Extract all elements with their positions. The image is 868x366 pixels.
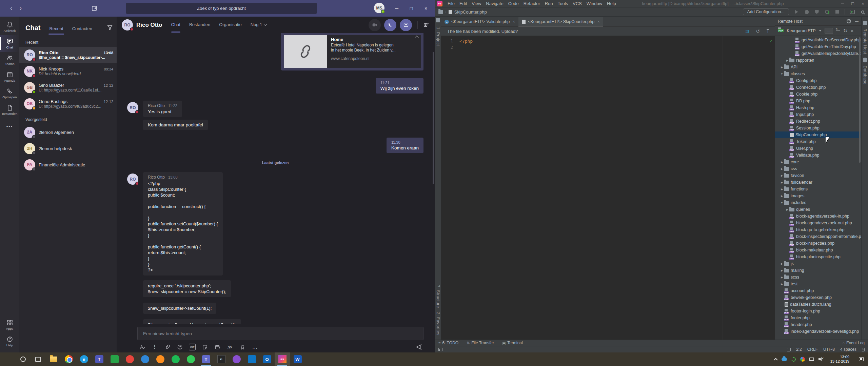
tree-item[interactable]: ▶ queries bbox=[775, 206, 861, 213]
app-blue[interactable] bbox=[137, 352, 153, 366]
tool-window-structure[interactable]: 7: Structure bbox=[436, 285, 440, 308]
add-configuration-button[interactable]: Add Configuration... bbox=[743, 8, 789, 15]
send-button[interactable] bbox=[415, 344, 422, 350]
user-avatar[interactable]: MS ✓ bbox=[374, 3, 384, 13]
expand-arrow-icon[interactable]: ▶ bbox=[780, 262, 784, 265]
close-tab-icon[interactable]: × bbox=[513, 19, 515, 24]
expand-arrow-icon[interactable]: ▶ bbox=[785, 208, 789, 211]
video-call-button[interactable] bbox=[369, 19, 381, 31]
sticker-icon[interactable] bbox=[201, 344, 208, 350]
taskbar-clock[interactable]: 13:09 13-12-2019 bbox=[828, 355, 851, 364]
tab-more[interactable]: Nog 1 bbox=[251, 22, 267, 28]
start-button[interactable] bbox=[0, 352, 15, 366]
code-editor[interactable]: 1 2 <?php ✓ bbox=[441, 36, 775, 340]
more-options-icon[interactable]: … bbox=[252, 344, 258, 350]
tool-window-todo[interactable]: ≡6: TODO bbox=[438, 341, 458, 345]
tree-item[interactable]: block-planinspectie.php bbox=[775, 253, 861, 260]
expand-arrow-icon[interactable]: ▶ bbox=[780, 276, 784, 279]
tree-item[interactable]: block-agendaverzoek-in.php bbox=[775, 213, 861, 220]
expand-arrow-icon[interactable]: ▶ bbox=[780, 181, 784, 184]
tool-window-favorites[interactable]: 2: Favorites bbox=[436, 312, 440, 336]
avatar[interactable]: RO bbox=[122, 19, 133, 30]
folder-icon[interactable] bbox=[438, 10, 443, 14]
server-select[interactable]: KeurgarantFTP bbox=[787, 28, 815, 33]
message-incoming-code[interactable]: $new_skipcounter->setCount(1); bbox=[143, 303, 216, 314]
suggested-chat-item[interactable]: 2A 2lemon Algemeen bbox=[19, 124, 117, 140]
tab-chat[interactable]: Chat bbox=[171, 22, 180, 28]
tree-item[interactable]: ▶ functions bbox=[775, 186, 861, 192]
close-tab-icon[interactable]: × bbox=[597, 19, 600, 24]
expand-arrow-icon[interactable]: ▶ bbox=[780, 283, 784, 286]
tree-item[interactable]: block-makelaar.php bbox=[775, 247, 861, 253]
teams-pinned[interactable]: T bbox=[92, 352, 107, 366]
readonly-lock-icon[interactable] bbox=[862, 349, 865, 351]
expand-arrow-icon[interactable]: ▼ bbox=[780, 73, 784, 76]
maximize-button[interactable]: □ bbox=[406, 0, 417, 17]
tab-organisation[interactable]: Organisatie bbox=[219, 22, 241, 28]
suggested-chat-item[interactable]: 2H 2lemon helpdesk bbox=[19, 140, 117, 157]
file-explorer[interactable] bbox=[46, 352, 61, 366]
tree-item[interactable]: block-agendaverzoek-out.php bbox=[775, 220, 861, 226]
avatar[interactable]: RO bbox=[127, 102, 138, 113]
tool-window-event-log[interactable]: ◌Event Log bbox=[842, 341, 865, 345]
link-url[interactable]: www.cafenapoleon.nl bbox=[331, 56, 409, 61]
tree-item[interactable]: Validate.php bbox=[775, 152, 861, 159]
expand-arrow-icon[interactable]: ▶ bbox=[780, 174, 784, 177]
tree-item[interactable]: getAvailableForSecondDay.php bbox=[775, 37, 861, 43]
tree-item[interactable]: ▶ API bbox=[775, 64, 861, 70]
coverage-icon[interactable] bbox=[814, 9, 820, 15]
tool-window-terminal[interactable]: ▣Terminal bbox=[502, 341, 523, 345]
chat-list-item[interactable]: RO Rico Otto 13:08 $the_count = $new_ski… bbox=[19, 47, 117, 63]
tree-item[interactable]: ▶ fullcalendar bbox=[775, 179, 861, 186]
tree-item[interactable]: SkipCounter.php bbox=[775, 131, 861, 138]
tree-item[interactable]: ▶ core bbox=[775, 159, 861, 165]
attach-icon[interactable] bbox=[164, 344, 171, 350]
tab-skipcounter-php[interactable]: <KeurgarantFTP> SkipCounter.php × bbox=[518, 17, 603, 26]
tree-item[interactable]: ▶ css bbox=[775, 165, 861, 172]
expand-arrow-icon[interactable]: ▼ bbox=[780, 201, 784, 204]
message-outgoing-link[interactable]: Home Eetcafé Hotel Napoleon is gelegenin… bbox=[281, 33, 423, 70]
tree-item[interactable]: ▼ classes bbox=[775, 70, 861, 77]
tool-window-remote-host[interactable]: Remote Host bbox=[863, 28, 867, 54]
minimize-button[interactable]: ─ bbox=[391, 0, 402, 17]
tree-item[interactable]: footer-login.php bbox=[775, 308, 861, 314]
tree-item[interactable]: DB.php bbox=[775, 98, 861, 104]
message-incoming-code[interactable]: $the_count = $new_skipcounter->getCount(… bbox=[143, 319, 241, 324]
menu-item[interactable]: Run bbox=[542, 1, 555, 6]
hide-panel-icon[interactable]: ─ bbox=[855, 19, 859, 24]
message-outgoing[interactable]: 11:30 Komen eraan bbox=[387, 138, 423, 153]
search-button[interactable] bbox=[15, 352, 31, 366]
expand-arrow-icon[interactable]: ▶ bbox=[780, 167, 784, 170]
expand-arrow-icon[interactable]: ▶ bbox=[785, 59, 789, 62]
search-input[interactable]: Zoek of typ een opdracht bbox=[126, 3, 317, 14]
expand-arrow-icon[interactable]: ▶ bbox=[780, 188, 784, 191]
compare-icon[interactable]: ⇉ bbox=[745, 29, 749, 34]
collapse-all-icon[interactable] bbox=[836, 29, 840, 33]
word[interactable]: W bbox=[290, 352, 305, 366]
tree-item[interactable]: footer.php bbox=[775, 314, 861, 321]
message-incoming[interactable]: Rico Otto 11:22 Yes is goed bbox=[143, 101, 182, 117]
tree-item[interactable]: getAvailableForThirdDay.php bbox=[775, 43, 861, 50]
sidebar-item-calendar[interactable]: Agenda bbox=[0, 68, 19, 85]
tool-window-file-transfer[interactable]: ⇅File Transfer bbox=[467, 341, 494, 345]
sidebar-item-files[interactable]: Bestanden bbox=[0, 102, 19, 118]
tree-item[interactable]: Redirect.php bbox=[775, 118, 861, 125]
toggle-toolwindows-icon[interactable] bbox=[438, 348, 442, 351]
audio-call-button[interactable] bbox=[384, 19, 396, 31]
menu-item[interactable]: Edit bbox=[457, 1, 469, 6]
filter-icon[interactable] bbox=[107, 25, 113, 30]
tab-validate-php[interactable]: C <KeurgarantFTP> Validate.php × bbox=[441, 17, 518, 26]
sidebar-item-calls[interactable]: Oproepen bbox=[0, 85, 19, 102]
app-green[interactable] bbox=[107, 352, 122, 366]
menu-item[interactable]: Tools bbox=[555, 1, 570, 6]
tree-item[interactable]: Input.php bbox=[775, 111, 861, 118]
forward-icon[interactable]: › bbox=[20, 5, 22, 12]
browser-tray-icon[interactable] bbox=[800, 357, 805, 362]
tree-item[interactable]: Token.php bbox=[775, 138, 861, 145]
sidebar-item-help[interactable]: Help bbox=[0, 333, 19, 350]
expand-arrow-icon[interactable]: ▶ bbox=[780, 66, 784, 69]
chat-list-item[interactable]: GB Gino Blaazer 12-12 U: https://gyazo.c… bbox=[19, 79, 117, 96]
outlook[interactable]: O bbox=[259, 352, 275, 366]
encoding[interactable]: UTF-8 bbox=[823, 347, 835, 352]
avatar[interactable]: RO bbox=[127, 174, 138, 185]
